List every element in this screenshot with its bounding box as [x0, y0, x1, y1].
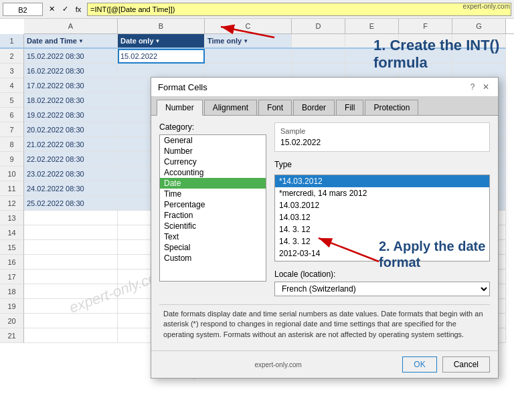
sample-label: Sample — [280, 127, 484, 135]
row-header-17: 17 — [0, 270, 24, 284]
type-label: Type — [274, 160, 490, 169]
tab-alignment[interactable]: Alignment — [204, 100, 257, 115]
row-header-21: 21 — [0, 328, 24, 343]
cell-b3[interactable] — [118, 64, 205, 78]
row-header-4: 4 — [0, 78, 24, 93]
expert-only-watermark-top: expert-only.com — [463, 3, 510, 10]
type-item-1[interactable]: *14.03.2012 — [275, 175, 489, 187]
cell-a8[interactable]: 21.02.2022 08:30 — [24, 137, 118, 152]
tab-number[interactable]: Number — [157, 100, 203, 116]
description-section: Date formats display date and time seria… — [159, 304, 490, 344]
cell-a15[interactable] — [24, 240, 118, 255]
cell-d3[interactable] — [292, 64, 345, 78]
cell-a21[interactable] — [24, 328, 118, 343]
cell-d2[interactable] — [292, 49, 345, 64]
cell-a17[interactable] — [24, 270, 118, 284]
dialog-main-row: Category: General Number Currency Accoun… — [159, 122, 490, 296]
row-header-12: 12 — [0, 196, 24, 211]
cell-a5[interactable]: 18.02.2022 08:30 — [24, 93, 118, 108]
ok-button[interactable]: OK — [402, 356, 436, 373]
col-header-c: C — [205, 19, 292, 33]
category-currency[interactable]: Currency — [160, 156, 266, 167]
expert-only-dialog-bottom: expert-only.com — [159, 361, 397, 369]
row-header-15: 15 — [0, 240, 24, 255]
row-header-7: 7 — [0, 122, 24, 137]
cell-a2[interactable]: 15.02.2022 08:30 — [24, 49, 118, 64]
type-item-5[interactable]: 14. 3. 12 — [275, 223, 489, 235]
type-item-3[interactable]: 14.03.2012 — [275, 199, 489, 211]
col-header-e: E — [345, 19, 399, 33]
dialog-title: Format Cells — [158, 82, 207, 92]
category-section: Category: General Number Currency Accoun… — [159, 122, 266, 296]
tab-font[interactable]: Font — [258, 100, 292, 115]
dialog-help-btn[interactable]: ? — [467, 82, 478, 92]
cell-a12[interactable]: 25.02.2022 08:30 — [24, 196, 118, 211]
header-col-d — [292, 34, 345, 49]
cell-a3[interactable]: 16.02.2022 08:30 — [24, 64, 118, 78]
category-percentage[interactable]: Percentage — [160, 199, 266, 210]
category-special[interactable]: Special — [160, 242, 266, 253]
cell-a16[interactable] — [24, 255, 118, 270]
cell-a20[interactable] — [24, 314, 118, 328]
row-header-1: 1 — [0, 34, 24, 49]
category-list[interactable]: General Number Currency Accounting Date … — [159, 134, 266, 282]
confirm-formula-btn[interactable]: ✓ — [59, 3, 71, 15]
category-text[interactable]: Text — [160, 231, 266, 242]
row-header-14: 14 — [0, 225, 24, 240]
dialog-title-bar: Format Cells ? ✕ — [151, 78, 498, 97]
sample-value: 15.02.2022 — [280, 138, 484, 147]
category-date[interactable]: Date — [160, 178, 266, 189]
formula-buttons: ✕ ✓ fx — [46, 3, 84, 15]
category-custom[interactable]: Custom — [160, 253, 266, 264]
format-cells-dialog: Format Cells ? ✕ Number Alignment Font B… — [151, 77, 499, 379]
cell-a13[interactable] — [24, 211, 118, 225]
row-header-3: 3 — [0, 64, 24, 78]
column-headers: A B C D E F G — [24, 19, 514, 34]
category-accounting[interactable]: Accounting — [160, 167, 266, 178]
tab-protection[interactable]: Protection — [365, 100, 418, 115]
row-header-11: 11 — [0, 181, 24, 196]
dialog-footer: expert-only.com OK Cancel — [151, 350, 498, 378]
locale-label: Locale (location): — [274, 270, 490, 279]
cancel-formula-btn[interactable]: ✕ — [46, 3, 58, 15]
category-general[interactable]: General — [160, 135, 266, 146]
type-item-2[interactable]: *mercredi, 14 mars 2012 — [275, 187, 489, 199]
col-header-f: F — [399, 19, 452, 33]
cell-a6[interactable]: 19.02.2022 08:30 — [24, 108, 118, 122]
formula-bar: B2 ✕ ✓ fx expert-only.com — [0, 0, 514, 19]
cell-c2[interactable] — [205, 49, 292, 64]
type-item-4[interactable]: 14.03.12 — [275, 211, 489, 223]
dialog-controls: ? ✕ — [467, 82, 491, 92]
category-fraction[interactable]: Fraction — [160, 210, 266, 221]
cell-reference-box[interactable]: B2 — [3, 3, 43, 16]
cell-b2[interactable]: 15.02.2022 — [118, 49, 205, 64]
cell-a7[interactable]: 20.02.2022 08:30 — [24, 122, 118, 137]
cell-a11[interactable]: 24.02.2022 08:30 — [24, 181, 118, 196]
category-label: Category: — [159, 122, 266, 132]
cell-a18[interactable] — [24, 284, 118, 299]
category-scientific[interactable]: Scientific — [160, 221, 266, 231]
dialog-close-btn[interactable]: ✕ — [481, 82, 491, 92]
annotation-apply-format: 2. Apply the date format — [379, 238, 493, 270]
cell-a4[interactable]: 17.02.2022 08:30 — [24, 78, 118, 93]
category-number[interactable]: Number — [160, 146, 266, 156]
tab-fill[interactable]: Fill — [336, 100, 363, 115]
cell-a9[interactable]: 22.02.2022 08:30 — [24, 152, 118, 167]
cell-a14[interactable] — [24, 225, 118, 240]
cancel-button[interactable]: Cancel — [442, 356, 490, 373]
tab-border[interactable]: Border — [293, 100, 335, 115]
locale-select[interactable]: French (Switzerland) — [274, 282, 490, 296]
row-header-13: 13 — [0, 211, 24, 225]
category-time[interactable]: Time — [160, 189, 266, 199]
cell-a10[interactable]: 23.02.2022 08:30 — [24, 167, 118, 181]
insert-function-btn[interactable]: fx — [72, 3, 84, 15]
cell-c3[interactable] — [205, 64, 292, 78]
row-header-10: 10 — [0, 167, 24, 181]
row-header-19: 19 — [0, 299, 24, 314]
row-header-5: 5 — [0, 93, 24, 108]
formula-input[interactable] — [87, 3, 511, 16]
locale-section: Locale (location): French (Switzerland) — [274, 270, 490, 296]
annotation-create-formula: 1. Create the INT() formula — [373, 37, 507, 72]
cell-a19[interactable] — [24, 299, 118, 314]
dialog-body: Category: General Number Currency Accoun… — [151, 116, 498, 350]
